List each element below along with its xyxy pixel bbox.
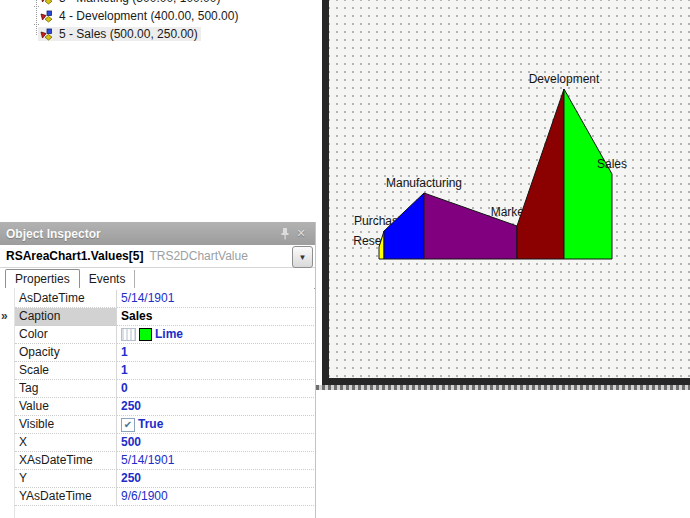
tree-item-label: 5 - Sales (500.00, 250.00) (56, 27, 201, 41)
property-value[interactable]: 250 (121, 470, 141, 487)
property-name[interactable]: X (15, 434, 117, 452)
property-row-scale[interactable]: Scale 1 (0, 362, 314, 380)
tree-item-label: 4 - Development (400.00, 500.00) (56, 9, 241, 23)
property-name[interactable]: Opacity (15, 344, 117, 362)
panel-title: Object Inspector (6, 227, 101, 241)
chart-label-development: Development (529, 72, 600, 86)
property-value[interactable]: 5/14/1901 (121, 290, 174, 307)
chart-value-icon (40, 28, 53, 41)
property-value[interactable]: 0 (121, 380, 128, 397)
property-row-visible[interactable]: Visible ✔ True (0, 416, 314, 434)
property-value[interactable]: 250 (121, 398, 141, 415)
instance-name: RSAreaChart1.Values[5] (6, 249, 143, 263)
property-name[interactable]: Tag (15, 380, 117, 398)
property-row-asdatetime[interactable]: AsDateTime 5/14/1901 (0, 290, 314, 308)
property-grid: AsDateTime 5/14/1901 » Caption Sales Col… (0, 288, 314, 518)
chart-control-canvas[interactable]: Research Purchasing Manufacturing Market… (322, 0, 690, 385)
area-segment-development (517, 89, 564, 259)
tree-item-sales[interactable]: 5 - Sales (500.00, 250.00) (0, 25, 316, 43)
property-value[interactable]: Lime (155, 326, 183, 343)
tree-item-development[interactable]: 4 - Development (400.00, 500.00) (0, 7, 316, 25)
property-value[interactable]: 1 (121, 344, 128, 361)
instance-type: TRS2DChartValue (149, 249, 247, 263)
property-row-y[interactable]: Y 250 (0, 470, 314, 488)
tree-item-label: 3 - Marketing (300.00, 100.00) (56, 0, 223, 5)
chart-label-sales: Sales (597, 157, 627, 171)
property-value[interactable]: 500 (121, 434, 141, 451)
color-swatch[interactable] (139, 328, 152, 341)
property-row-color[interactable]: Color Lime (0, 326, 314, 344)
chevron-down-icon[interactable]: ▼ (292, 246, 313, 268)
selection-hatch-strip (316, 385, 690, 390)
close-icon[interactable]: ✕ (293, 226, 309, 242)
property-row-value[interactable]: Value 250 (0, 398, 314, 416)
property-name[interactable]: AsDateTime (15, 290, 117, 308)
instance-selector[interactable]: RSAreaChart1.Values[5] TRS2DChartValue ▼ (0, 245, 315, 268)
tree-item-marketing[interactable]: 3 - Marketing (300.00, 100.00) (0, 0, 316, 7)
property-name[interactable]: Caption (15, 308, 117, 326)
chart-label-manufacturing: Manufacturing (386, 176, 462, 190)
property-row-yasdatetime[interactable]: YAsDateTime 9/6/1900 (0, 488, 314, 506)
property-value[interactable]: True (138, 416, 163, 433)
property-value[interactable]: 5/14/1901 (121, 452, 174, 469)
active-property-marker: » (0, 308, 15, 326)
ide-window: 3 - Marketing (300.00, 100.00) 4 - Devel… (0, 0, 690, 518)
property-name[interactable]: XAsDateTime (15, 452, 117, 470)
object-inspector-titlebar[interactable]: Object Inspector ✕ (0, 222, 315, 245)
property-row-caption[interactable]: » Caption Sales (0, 308, 314, 326)
area-segment-marketing (424, 193, 517, 259)
property-row-tag[interactable]: Tag 0 (0, 380, 314, 398)
property-name[interactable]: Scale (15, 362, 117, 380)
property-name[interactable]: Color (15, 326, 117, 344)
property-row-opacity[interactable]: Opacity 1 (0, 344, 314, 362)
tab-properties[interactable]: Properties (5, 269, 80, 289)
chart-value-icon (40, 10, 53, 23)
inspector-tabs: Properties Events (0, 268, 315, 289)
tab-events[interactable]: Events (80, 270, 136, 288)
property-value[interactable]: 9/6/1900 (121, 488, 168, 505)
chart-values-tree: 3 - Marketing (300.00, 100.00) 4 - Devel… (0, 0, 316, 43)
property-row-xasdatetime[interactable]: XAsDateTime 5/14/1901 (0, 452, 314, 470)
area-segment-manufacturing (384, 193, 424, 259)
property-value[interactable]: Sales (121, 308, 152, 325)
property-name[interactable]: YAsDateTime (15, 488, 117, 506)
gradient-editor-icon[interactable] (121, 328, 136, 341)
property-name[interactable]: Value (15, 398, 117, 416)
property-row-x[interactable]: X 500 (0, 434, 314, 452)
object-inspector-panel: Object Inspector ✕ RSAreaChart1.Values[5… (0, 222, 316, 518)
area-segment-sales (564, 89, 612, 259)
chart-value-icon (40, 0, 53, 5)
pin-icon[interactable] (277, 226, 293, 242)
property-name[interactable]: Visible (15, 416, 117, 434)
property-name[interactable]: Y (15, 470, 117, 488)
visible-checkbox[interactable]: ✔ (121, 418, 135, 432)
property-value[interactable]: 1 (121, 362, 128, 379)
